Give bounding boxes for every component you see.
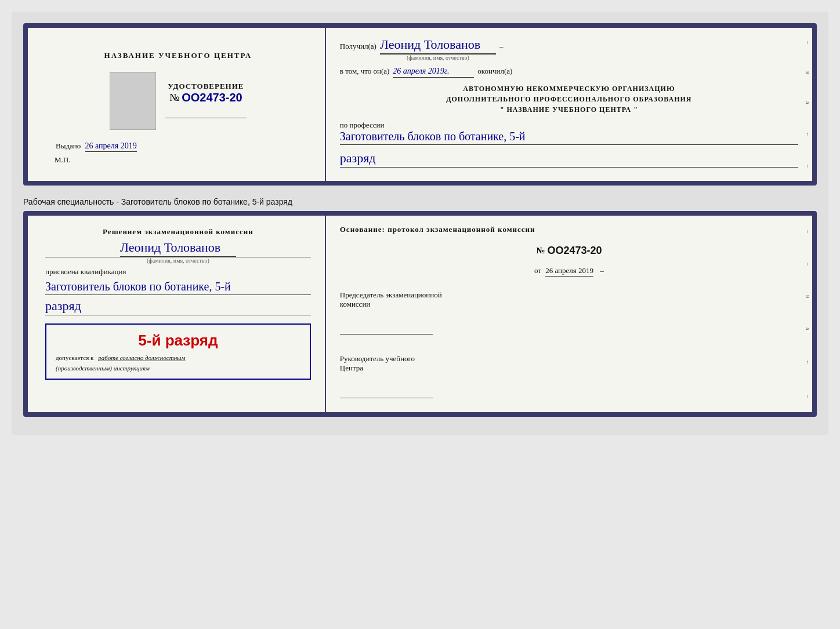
top-doc-right: Получил(а) Леонид Толованов (фамилия, им…	[326, 28, 812, 181]
dash-top: –	[499, 42, 504, 51]
rukovoditel-line1: Руководитель учебного	[340, 354, 798, 363]
predsedatel-sign-line	[340, 323, 433, 335]
predsedatel-block: Председатель экзаменационной комиссии	[340, 290, 798, 339]
org-line3: " НАЗВАНИЕ УЧЕБНОГО ЦЕНТРА "	[340, 104, 798, 115]
org-line2: ДОПОЛНИТЕЛЬНОГО ПРОФЕССИОНАЛЬНОГО ОБРАЗО…	[340, 94, 798, 104]
edge-mark-b1: –	[805, 230, 811, 233]
profession-line1-bottom: Заготовитель блоков по ботанике, 5-й	[45, 280, 311, 295]
org-line1: АВТОНОМНУЮ НЕКОММЕРЧЕСКУЮ ОРГАНИЗАЦИЮ	[340, 83, 798, 94]
prisvoena-label: присвоена квалификация	[45, 267, 311, 277]
stamp-work-label: работе согласно должностным	[98, 354, 185, 361]
right-edge-marks-bottom: – – и а ← –	[803, 216, 812, 412]
cert-number-prefix: №	[169, 92, 179, 104]
top-doc-left: НАЗВАНИЕ УЧЕБНОГО ЦЕНТРА УДОСТОВЕРЕНИЕ №…	[28, 28, 326, 181]
po-professii-row: по профессии Заготовитель блоков по бота…	[340, 121, 798, 145]
edge-mark-b5: ←	[805, 359, 811, 365]
edge-mark-5: –	[805, 165, 811, 168]
ot-dash: –	[600, 266, 604, 275]
stamp-rank: 5-й разряд	[56, 332, 300, 350]
razryad-row-top: разряд	[340, 151, 798, 168]
edge-mark-b6: –	[805, 395, 811, 398]
cert-number-block: УДОСТОВЕРЕНИЕ № OO2473-20	[165, 82, 247, 121]
protocol-number: OO2473-20	[547, 245, 602, 257]
rukovoditel-line2: Центра	[340, 363, 798, 373]
poluchil-label: Получил(а)	[340, 42, 376, 51]
recipient-name-bottom: Леонид Толованов	[120, 240, 236, 257]
stamp-box: 5-й разряд допускается к работе согласно…	[45, 323, 311, 380]
vydano-date: 26 апреля 2019	[85, 141, 137, 152]
razryad-bottom: разряд	[45, 299, 311, 315]
predsedatel-line2: комиссии	[340, 300, 798, 309]
top-left-title: НАЗВАНИЕ УЧЕБНОГО ЦЕНТРА	[104, 51, 252, 60]
org-block: АВТОНОМНУЮ НЕКОММЕРЧЕСКУЮ ОРГАНИЗАЦИЮ ДО…	[340, 83, 798, 115]
photo-placeholder	[110, 72, 156, 130]
rukovoditel-block: Руководитель учебного Центра	[340, 354, 798, 403]
poluchil-row: Получил(а) Леонид Толованов (фамилия, им…	[340, 37, 798, 61]
edge-mark-b2: –	[805, 263, 811, 266]
edge-mark-4: ←	[805, 132, 811, 137]
vtom-label: в том, что он(а)	[340, 67, 390, 76]
vtom-row: в том, что он(а) 26 апреля 2019г. окончи…	[340, 67, 798, 78]
ot-date: 26 апреля 2019	[545, 266, 593, 277]
completion-date: 26 апреля 2019г.	[393, 67, 474, 78]
top-document-card: НАЗВАНИЕ УЧЕБНОГО ЦЕНТРА УДОСТОВЕРЕНИЕ №…	[23, 23, 817, 186]
bottom-doc-left: Решением экзаменационной комиссии Леонид…	[28, 216, 326, 412]
okoncil-label: окончил(а)	[477, 67, 512, 76]
rukovoditel-sign-line	[340, 387, 433, 398]
profession-row-bottom: Заготовитель блоков по ботанике, 5-й	[45, 280, 311, 295]
between-docs-text: Рабочая специальность - Заготовитель бло…	[23, 192, 817, 211]
recipient-name-top: Леонид Толованов	[380, 37, 496, 54]
stamp-instruction: (производственным) инструкциям	[56, 365, 300, 372]
udostoverenie-label: УДОСТОВЕРЕНИЕ	[168, 82, 244, 91]
edge-mark-b3: и	[805, 295, 811, 298]
name-subtitle-top: (фамилия, имя, отчество)	[380, 54, 496, 61]
profession-line1-top: Заготовитель блоков по ботанике, 5-й	[340, 130, 798, 145]
edge-mark-1: –	[805, 41, 811, 44]
vydano-label: Выдано	[56, 141, 81, 150]
name-subtitle-bottom: (фамилия, имя, отчество)	[45, 257, 311, 264]
osnovanie-label: Основание: протокол экзаменационной коми…	[340, 225, 798, 234]
cert-underline	[165, 107, 247, 118]
bottom-document-card: Решением экзаменационной комиссии Леонид…	[23, 211, 817, 417]
right-edge-marks-top: – и а ← –	[803, 28, 812, 181]
mp-label: М.П.	[50, 155, 137, 165]
ot-prefix: от	[534, 266, 541, 275]
razryad-row-bottom: разряд	[45, 299, 311, 315]
po-professii-label: по профессии	[340, 121, 798, 130]
vydano-line: Выдано 26 апреля 2019	[50, 141, 137, 151]
stamp-dopuskaetsya: допускается к	[56, 354, 93, 361]
protocol-prefix: №	[536, 246, 545, 256]
cert-middle: УДОСТОВЕРЕНИЕ № OO2473-20	[110, 72, 247, 130]
edge-mark-3: а	[805, 101, 811, 104]
bottom-doc-right: Основание: протокол экзаменационной коми…	[326, 216, 812, 412]
ot-date-row: от 26 апреля 2019 –	[340, 266, 798, 275]
predsedatel-line1: Председатель экзаменационной	[340, 290, 798, 300]
razryad-top: разряд	[340, 151, 798, 168]
edge-mark-b4: а	[805, 328, 811, 330]
stamp-dopuskaetsya-row: допускается к работе согласно должностны…	[56, 352, 300, 362]
edge-mark-2: и	[805, 71, 811, 74]
resheniem-label: Решением экзаменационной комиссии	[45, 227, 311, 237]
cert-number: OO2473-20	[182, 91, 242, 104]
page-wrapper: НАЗВАНИЕ УЧЕБНОГО ЦЕНТРА УДОСТОВЕРЕНИЕ №…	[12, 12, 828, 435]
